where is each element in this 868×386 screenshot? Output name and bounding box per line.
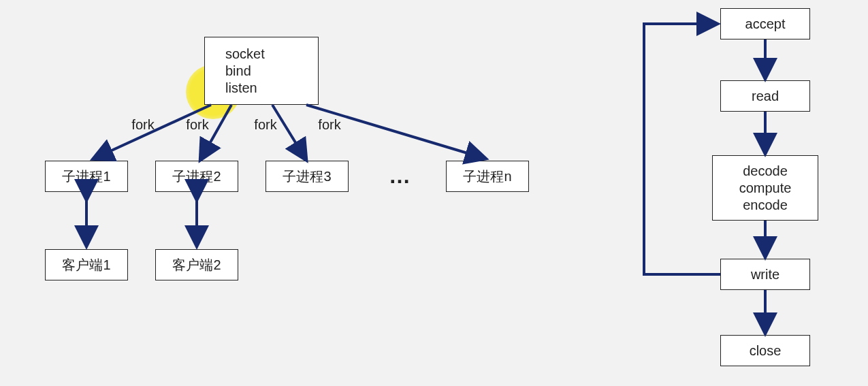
client-box-1: 客户端1 xyxy=(45,249,128,280)
step-accept: accept xyxy=(720,8,810,39)
diagram-canvas: socket bind listen 子进程1 子进程2 子进程3 子进程n …… xyxy=(0,0,868,386)
client-box-2: 客户端2 xyxy=(155,249,238,280)
root-box: socket bind listen xyxy=(204,37,319,105)
child-3-label: 子进程3 xyxy=(283,168,331,185)
step-write: write xyxy=(720,259,810,290)
step-dce-label: decode compute encode xyxy=(739,163,792,214)
step-close: close xyxy=(720,335,810,366)
step-read-label: read xyxy=(752,88,779,105)
fork-label-1: fork xyxy=(123,117,163,133)
client-2-label: 客户端2 xyxy=(172,257,221,274)
step-close-label: close xyxy=(750,342,782,359)
root-line3: listen xyxy=(225,80,257,97)
client-1-label: 客户端1 xyxy=(62,257,110,274)
fork-label-2: fork xyxy=(177,117,218,133)
child-box-1: 子进程1 xyxy=(45,161,128,192)
root-line2: bind xyxy=(225,63,251,80)
child-1-label: 子进程1 xyxy=(62,168,110,185)
flow-loop-back xyxy=(644,24,720,274)
fork-label-4: fork xyxy=(309,117,350,133)
fork-label-3: fork xyxy=(245,117,286,133)
child-box-3: 子进程3 xyxy=(266,161,349,192)
step-decode-compute-encode: decode compute encode xyxy=(712,155,818,221)
child-box-2: 子进程2 xyxy=(155,161,238,192)
root-line1: socket xyxy=(225,46,265,63)
child-2-label: 子进程2 xyxy=(172,168,221,185)
step-read: read xyxy=(720,80,810,112)
step-write-label: write xyxy=(751,266,779,283)
step-accept-label: accept xyxy=(745,16,786,33)
child-box-n: 子进程n xyxy=(446,161,529,192)
child-n-label: 子进程n xyxy=(463,168,511,185)
ellipsis: … xyxy=(381,163,422,189)
